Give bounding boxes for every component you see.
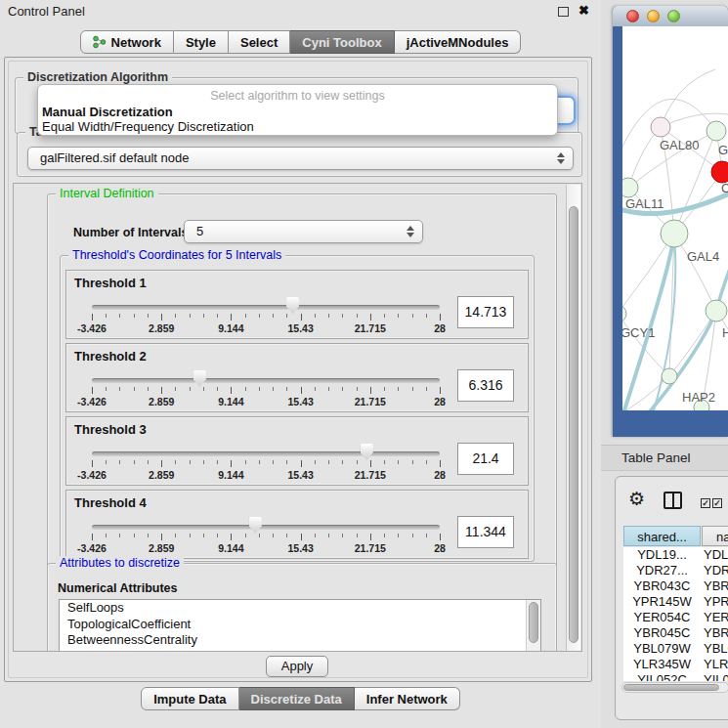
slider-track[interactable] <box>92 451 440 456</box>
network-edge[interactable] <box>669 311 716 376</box>
dropdown-item-equal-width-frequency[interactable]: Equal Width/Frequency Discretization <box>42 119 254 134</box>
threshold-slider[interactable]: -3.4262.8599.14415.4321.71528 <box>78 296 469 337</box>
tick-mark <box>92 387 93 394</box>
table-row[interactable]: YLR345WYLR3 <box>623 657 728 672</box>
tab-cyni-toolbox[interactable]: Cyni Toolbox <box>290 30 394 54</box>
threshold-value-field[interactable]: 11.344 <box>457 516 514 548</box>
tick-mark <box>412 387 413 391</box>
tab-select[interactable]: Select <box>229 30 290 54</box>
table-row[interactable]: YBR043CYBR0 <box>623 578 728 594</box>
cell-shared-name: YDL19... <box>623 547 701 563</box>
tick-mark <box>357 534 358 537</box>
column-header-name[interactable]: na <box>702 526 728 546</box>
table-row[interactable]: YDR27...YDR2 <box>623 563 728 578</box>
network-node[interactable] <box>711 161 728 183</box>
slider-thumb[interactable] <box>286 297 299 314</box>
network-node[interactable] <box>707 121 726 141</box>
threshold-value-field[interactable]: 6.316 <box>457 369 514 402</box>
slider-thumb[interactable] <box>193 370 206 387</box>
slider-thumb[interactable] <box>361 444 373 460</box>
node-label: GA <box>718 143 728 157</box>
gear-icon[interactable]: ⚙ <box>628 490 645 508</box>
table-row[interactable]: YBR045CYBR0 <box>623 625 728 641</box>
slider-track[interactable] <box>92 525 440 530</box>
checkbox-icon[interactable]: ✓ <box>701 498 710 508</box>
tick-mark <box>384 534 385 537</box>
network-edge-highlighted[interactable] <box>622 236 674 410</box>
apply-button[interactable]: Apply <box>266 656 328 677</box>
network-node[interactable] <box>622 178 638 197</box>
numerical-attributes-list: SelfLoopsTopologicalCoefficientBetweenne… <box>59 599 541 652</box>
network-node[interactable] <box>662 368 677 384</box>
tick-label: 9.144 <box>218 322 243 334</box>
table-row[interactable]: YBL079WYBL0 <box>623 641 728 657</box>
tick-mark <box>259 534 260 537</box>
tick-label: 2.859 <box>149 542 174 554</box>
tab-label: Discretize Data <box>251 692 342 707</box>
network-node[interactable] <box>651 117 670 137</box>
tick-mark <box>440 460 441 467</box>
float-icon[interactable] <box>558 7 569 17</box>
slider-track[interactable] <box>92 305 440 310</box>
network-edge[interactable] <box>622 407 702 410</box>
cell-name: YIL0 <box>701 672 728 681</box>
threshold-value-field[interactable]: 21.4 <box>457 443 514 475</box>
number-of-intervals-combobox[interactable]: 5 <box>184 220 423 243</box>
dropdown-item-manual-discretization[interactable]: Manual Discretization <box>42 105 173 119</box>
network-node[interactable] <box>706 300 727 321</box>
network-graph: GAL80GACGAL11GAL4GCY1HHAP2 <box>622 26 728 410</box>
table-data-combobox[interactable]: galFiltered.sif default node <box>27 147 574 170</box>
tick-mark <box>134 460 135 464</box>
close-traffic-light[interactable] <box>626 10 639 22</box>
threshold-value-field[interactable]: 14.713 <box>457 296 514 328</box>
checkbox-icon[interactable]: ✓ <box>712 498 722 508</box>
cell-shared-name: YIL052C <box>623 672 701 681</box>
table-row[interactable]: YDL19...YDL1 <box>623 547 728 563</box>
panel-scrollbar[interactable] <box>566 185 580 652</box>
table-body: YDL19...YDL1YDR27...YDR2YBR043CYBR0YPR14… <box>623 547 728 681</box>
table-data-group: Table Data galFiltered.sif default node <box>17 132 582 177</box>
attribute-list-item[interactable]: SelfLoops <box>60 600 540 617</box>
column-header-shared[interactable]: shared... <box>623 526 701 546</box>
tab-network[interactable]: Network <box>80 30 174 54</box>
tick-mark <box>259 314 260 318</box>
close-icon[interactable]: ✖ <box>578 3 589 18</box>
scrollbar-thumb[interactable] <box>569 206 578 643</box>
attribute-list-item[interactable]: BetweennessCentrality <box>60 632 540 649</box>
columns-icon[interactable] <box>664 492 682 509</box>
scrollbar-thumb[interactable] <box>623 684 719 691</box>
tick-mark <box>328 534 329 537</box>
threshold-slider[interactable]: -3.4262.8599.14415.4321.71528 <box>78 516 469 557</box>
threshold-slider[interactable]: -3.4262.8599.14415.4321.71528 <box>78 443 469 484</box>
network-node[interactable] <box>661 220 688 247</box>
tick-label: 15.43 <box>287 469 313 481</box>
cell-shared-name: YPR145W <box>623 594 701 610</box>
table-row[interactable]: YPR145WYPR1 <box>623 594 728 610</box>
attribute-list-scrollbar[interactable] <box>526 600 540 652</box>
tab-style[interactable]: Style <box>174 30 229 54</box>
slider-track[interactable] <box>92 378 440 383</box>
zoom-traffic-light[interactable] <box>667 10 680 22</box>
tick-mark <box>92 460 93 467</box>
tick-label: 21.715 <box>355 396 386 407</box>
slider-thumb[interactable] <box>249 517 262 534</box>
table-horizontal-scrollbar[interactable] <box>621 682 728 693</box>
network-canvas[interactable]: GAL80GACGAL11GAL4GCY1HHAP2 <box>622 26 728 410</box>
tick-label: 28 <box>434 396 446 407</box>
tab-jactivemnodules[interactable]: jActiveMNodules <box>395 30 522 54</box>
attribute-list-item[interactable]: TopologicalCoefficient <box>60 617 540 633</box>
network-edge[interactable] <box>628 127 661 188</box>
threshold-slider[interactable]: -3.4262.8599.14415.4321.71528 <box>78 369 469 410</box>
scrollbar-thumb[interactable] <box>529 602 538 643</box>
cell-name: YBR0 <box>701 578 728 594</box>
table-row[interactable]: YIL052CYIL0 <box>623 672 728 681</box>
tab-impute-data[interactable]: Impute Data <box>141 687 238 710</box>
network-edge[interactable] <box>661 69 715 127</box>
table-row[interactable]: YER054CYER0 <box>623 610 728 625</box>
tick-label: 2.859 <box>149 469 174 481</box>
tab-discretize-data[interactable]: Discretize Data <box>239 687 355 710</box>
network-node[interactable] <box>622 305 626 322</box>
minimize-traffic-light[interactable] <box>647 10 660 22</box>
network-view-window: GAL80GACGAL11GAL4GCY1HHAP2 <box>613 6 728 437</box>
tab-infer-network[interactable]: Infer Network <box>355 687 460 710</box>
